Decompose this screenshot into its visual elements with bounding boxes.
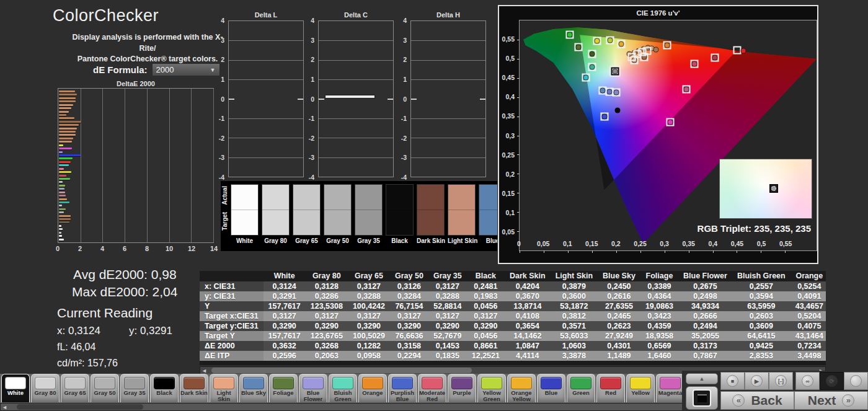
current-xy: x: 0,3124y: 0,3291 — [57, 325, 172, 337]
record-button[interactable] — [844, 372, 868, 390]
cie-xtick-mark — [616, 250, 617, 253]
table-header: WhiteGray 80Gray 65Gray 50Gray 35BlackDa… — [200, 271, 826, 281]
strip-swatch-actual — [448, 185, 475, 210]
delta-ytick-label: -1 — [309, 115, 314, 122]
patch-tab-white[interactable]: White — [1, 374, 30, 402]
table-cell: 0,5204 — [790, 311, 826, 321]
deltae-bar — [59, 185, 65, 187]
tab-scroll-left-icon[interactable]: ◄ — [1, 404, 9, 410]
cie-measured-dot — [583, 74, 588, 80]
table-row-label: ΔE 2000 — [200, 341, 264, 351]
patch-tab-swatch — [600, 377, 621, 389]
current-patch-button[interactable] — [686, 386, 718, 410]
patch-tab-gray-35[interactable]: Gray 35 — [120, 374, 149, 402]
table-cell: 157,7617 — [264, 301, 306, 311]
play-button[interactable]: ▶ — [745, 372, 769, 390]
deltae-xtick-label: 0 — [56, 245, 60, 252]
patch-tab-red[interactable]: Red — [596, 374, 625, 402]
whitepoint-zoom-inset — [719, 159, 812, 219]
strip-swatch: White — [231, 184, 259, 244]
patch-tab-purple[interactable]: Purple — [448, 374, 476, 402]
delta-ytick-label: -3 — [219, 154, 224, 161]
deltae-bar — [59, 208, 66, 210]
table-row: ΔE ITP0,25960,20630,09580,22940,183512,2… — [200, 351, 826, 361]
deltae-bar — [59, 235, 62, 237]
table-row-label: Target Y — [200, 331, 264, 341]
patch-tab-bluish-green[interactable]: Bluish Green — [329, 374, 357, 402]
table-cell: 0,3290 — [264, 321, 306, 331]
deltae-bar — [59, 121, 81, 123]
strip-swatch-box — [417, 184, 445, 236]
table-scroll-thumb[interactable] — [211, 368, 472, 373]
patch-tab-purplish-blue[interactable]: Purplish Blue — [388, 374, 417, 402]
patch-tab-label: Purplish Blue — [389, 390, 416, 402]
delta-ytick-label: -3 — [309, 154, 314, 161]
table-cell: 0,3286 — [306, 291, 348, 301]
patch-tab-moderate-red[interactable]: Moderate Red — [418, 374, 446, 402]
back-arrow-icon: « — [732, 394, 745, 407]
patch-tab-blue-flower[interactable]: Blue Flower — [299, 374, 327, 402]
refresh-button[interactable]: ⟳ — [820, 372, 844, 390]
deltae-bar — [59, 100, 76, 102]
patch-tab-label: Gray 50 — [91, 390, 118, 396]
cie-xtick-label: 0,45 — [731, 240, 743, 247]
delta-ytick-label: 1 — [221, 76, 224, 83]
patch-tab-foliage[interactable]: Foliage — [269, 374, 298, 402]
patch-tab-orange-yellow[interactable]: Orange Yellow — [507, 374, 536, 402]
de-formula-dropdown[interactable]: 2000 ▼ — [152, 63, 220, 76]
zero-dash — [298, 99, 303, 100]
deltae-bar — [59, 148, 72, 149]
patch-tab-gray-50[interactable]: Gray 50 — [91, 374, 119, 402]
de-formula-label: dE Formula: — [93, 64, 148, 75]
deltae-chart-title: DeltaE 2000 — [58, 80, 214, 87]
table-cell: 14,1462 — [505, 331, 551, 341]
deltae-plot — [58, 88, 214, 243]
patch-tab-black[interactable]: Black — [150, 374, 179, 402]
next-button[interactable]: Next » — [794, 391, 868, 410]
scroll-left-icon[interactable]: ◄ — [200, 367, 208, 374]
table-cell: 0,4204 — [505, 281, 551, 291]
patch-tab-label: Magenta — [657, 390, 684, 396]
delta-ytick-label: 3 — [403, 37, 407, 44]
deltae-bar — [59, 154, 81, 156]
delta-ytick-label: 1 — [311, 76, 314, 83]
patch-tab-yellow-green[interactable]: Yellow Green — [477, 374, 506, 402]
deltae-bar — [59, 205, 62, 206]
patch-tab-gray-65[interactable]: Gray 65 — [61, 374, 89, 402]
patch-tab-green[interactable]: Green — [567, 374, 595, 402]
delta-gridline — [319, 79, 393, 80]
cie-ytick-mark — [517, 136, 520, 136]
patch-tab-label: Blue — [538, 390, 565, 396]
strip-swatch: Gray 80 — [262, 184, 290, 244]
table-row: x: CIE310,31240,31280,31270,31260,31270,… — [200, 281, 826, 291]
cie-measured-dot — [594, 38, 600, 44]
patch-tab-yellow[interactable]: Yellow — [626, 374, 655, 402]
patch-tab-swatch — [332, 377, 353, 389]
deltae-bar — [59, 225, 61, 227]
cie-xtick-label: 0,5 — [757, 240, 766, 247]
strip-swatch-actual — [355, 185, 382, 210]
table-row: ΔE 20000,36320,32680,12820,31580,14530,8… — [200, 341, 826, 351]
cie-measured-dot — [712, 55, 718, 60]
stop-button[interactable]: ■ — [720, 372, 745, 390]
table-cell: 0,0456 — [467, 301, 505, 311]
patch-tab-magenta[interactable]: Magenta — [656, 374, 684, 402]
patch-tab-blue[interactable]: Blue — [537, 374, 565, 402]
back-button[interactable]: « Back — [720, 391, 794, 410]
loop-button[interactable]: ∞ — [795, 372, 820, 390]
patch-tab-blue-sky[interactable]: Blue Sky — [239, 374, 268, 402]
tab-scroll-thumb[interactable] — [17, 404, 143, 410]
deltae-xtick-label: 10 — [166, 245, 173, 252]
patch-tab-light-skin[interactable]: Light Skin — [210, 374, 238, 402]
cie-ytick-label: 0,05 — [502, 228, 515, 236]
collapse-panel-button[interactable]: ▲ — [686, 373, 718, 384]
cie-measured-dot — [576, 44, 582, 50]
strip-swatch-label: Gray 80 — [262, 237, 290, 244]
patch-tab-gray-80[interactable]: Gray 80 — [31, 374, 60, 402]
strip-swatch-box — [293, 184, 321, 236]
step-button[interactable]: [-] — [769, 372, 793, 390]
strip-swatch-target — [448, 210, 475, 235]
patch-tab-dark-skin[interactable]: Dark Skin — [180, 374, 208, 402]
patch-tab-orange[interactable]: Orange — [358, 374, 387, 402]
cie-xtick-mark — [689, 250, 689, 253]
